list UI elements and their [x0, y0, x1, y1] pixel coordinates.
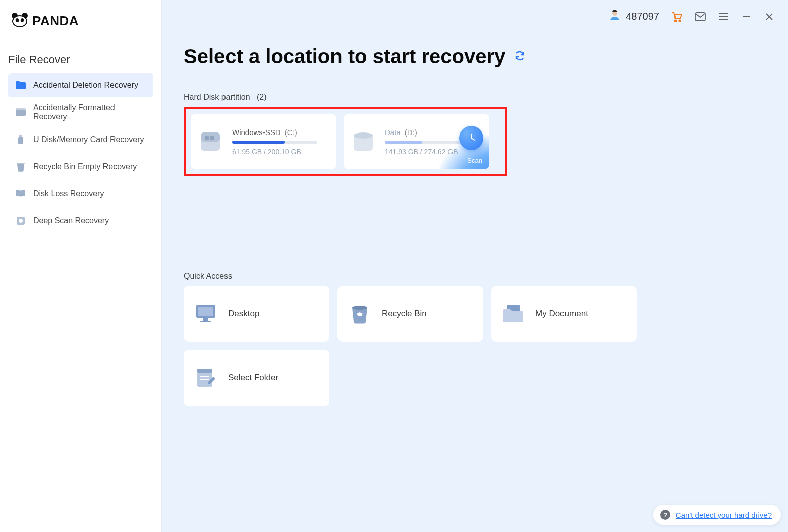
sidebar-item-accidental-deletion[interactable]: Accidental Deletion Recovery — [8, 73, 153, 97]
sidebar: PANDA File Recover Accidental Deletion R… — [0, 0, 162, 532]
mail-icon[interactable] — [695, 11, 706, 22]
partition-highlight-box: Windows-SSD (C:) 61.95 GB / 200.10 GB Da… — [184, 107, 507, 176]
svg-rect-37 — [197, 369, 212, 373]
folder-icon — [15, 80, 26, 91]
bin-icon — [348, 302, 372, 326]
sidebar-item-deep-scan-recovery[interactable]: Deep Scan Recovery — [8, 209, 153, 233]
partition-size: 61.95 GB / 200.10 GB — [232, 148, 329, 156]
user-id: 487097 — [626, 11, 659, 22]
avatar-icon — [609, 9, 621, 24]
scan-button[interactable] — [459, 126, 483, 150]
svg-line-29 — [471, 138, 475, 140]
partition-letter: (C:) — [285, 128, 297, 137]
svg-point-34 — [352, 306, 367, 310]
drive-icon — [15, 107, 26, 118]
menu-icon[interactable] — [718, 11, 729, 22]
hdd-icon — [198, 128, 223, 155]
svg-rect-24 — [205, 136, 209, 140]
svg-rect-9 — [17, 163, 25, 164]
sidebar-item-recycle-bin-recovery[interactable]: Recycle Bin Empty Recovery — [8, 155, 153, 179]
svg-point-14 — [679, 20, 680, 21]
page-title: Select a location to start recovery — [184, 45, 505, 68]
svg-rect-25 — [210, 136, 214, 140]
help-pill[interactable]: ? Can't detect your hard drive? — [653, 505, 781, 525]
svg-rect-8 — [18, 137, 23, 144]
sidebar-item-label: Recycle Bin Empty Recovery — [33, 162, 137, 171]
svg-rect-32 — [203, 318, 208, 321]
svg-rect-7 — [19, 135, 22, 137]
monitor-icon — [194, 302, 218, 326]
sidebar-section-title: File Recover — [8, 38, 153, 73]
main-panel: 487097 Select a location to start recove… — [162, 0, 788, 532]
scan-label: Scan — [467, 157, 482, 164]
app-logo: PANDA — [8, 9, 153, 38]
close-icon[interactable] — [764, 11, 775, 22]
sidebar-item-label: U Disk/Memory Card Recovery — [33, 135, 144, 144]
svg-point-11 — [19, 219, 23, 223]
svg-point-2 — [13, 16, 27, 27]
sidebar-item-label: Accidental Deletion Recovery — [33, 81, 138, 90]
partition-card-c[interactable]: Windows-SSD (C:) 61.95 GB / 200.10 GB — [191, 114, 336, 169]
svg-rect-5 — [16, 110, 26, 116]
partition-section-label: Hard Disk partition (2) — [184, 93, 766, 102]
quick-access-label: Recycle Bin — [382, 309, 427, 319]
usb-icon — [15, 134, 26, 145]
usage-bar — [232, 141, 317, 144]
usage-bar — [385, 141, 470, 144]
help-link[interactable]: Can't detect your hard drive? — [676, 511, 772, 519]
user-chip[interactable]: 487097 — [609, 9, 659, 24]
svg-rect-33 — [200, 321, 211, 322]
sidebar-item-udisk-recovery[interactable]: U Disk/Memory Card Recovery — [8, 127, 153, 152]
quick-access-my-document[interactable]: My Document — [491, 286, 637, 342]
quick-access-select-folder[interactable]: Select Folder — [184, 350, 329, 406]
refresh-icon[interactable] — [514, 50, 525, 63]
app-name: PANDA — [32, 13, 79, 29]
book-icon — [15, 188, 26, 199]
quick-access-desktop[interactable]: Desktop — [184, 286, 329, 342]
panda-icon — [11, 12, 28, 29]
svg-point-27 — [354, 132, 373, 139]
topbar: 487097 — [609, 9, 775, 24]
quick-access-label: My Document — [535, 309, 588, 319]
svg-rect-31 — [198, 307, 213, 316]
sidebar-item-label: Disk Loss Recovery — [33, 189, 104, 198]
svg-point-13 — [674, 20, 676, 21]
partition-card-d[interactable]: Data (D:) 141.93 GB / 274.62 GB Scan — [344, 114, 489, 169]
scan-icon — [15, 215, 26, 226]
sidebar-item-label: Accidentally Formatted Recovery — [33, 103, 146, 121]
quick-access-grid: Desktop Recycle Bin My Document Select F… — [184, 286, 642, 406]
note-edit-icon — [194, 366, 218, 390]
quick-access-recycle-bin[interactable]: Recycle Bin — [337, 286, 483, 342]
trash-icon — [15, 161, 26, 172]
sidebar-item-disk-loss-recovery[interactable]: Disk Loss Recovery — [8, 182, 153, 206]
question-icon: ? — [660, 510, 670, 520]
svg-rect-6 — [16, 108, 26, 110]
hdd-icon — [351, 128, 376, 155]
quick-access-label: Select Folder — [228, 373, 278, 383]
cart-icon[interactable] — [671, 11, 683, 22]
quick-access-label: Desktop — [228, 309, 259, 319]
partition-name: Windows-SSD — [232, 128, 281, 137]
partition-name: Data — [385, 128, 401, 137]
sidebar-item-formatted-recovery[interactable]: Accidentally Formatted Recovery — [8, 100, 153, 124]
sidebar-item-label: Deep Scan Recovery — [33, 216, 109, 225]
folder-stack-icon — [501, 302, 525, 326]
partition-letter: (D:) — [405, 128, 417, 137]
quick-access-label: Quick Access — [184, 272, 766, 281]
minimize-icon[interactable] — [741, 11, 752, 22]
